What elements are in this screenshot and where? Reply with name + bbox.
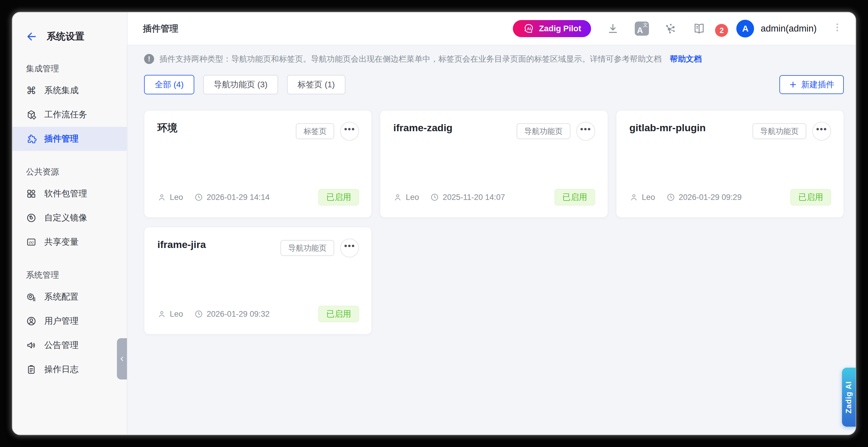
user-icon [26,316,37,326]
command-icon: ⌘ [26,85,37,96]
sidebar-item-plugin-management[interactable]: 插件管理 [12,127,127,151]
help-doc-link[interactable]: 帮助文档 [670,54,702,64]
docs-book-icon[interactable] [693,22,706,35]
sidebar-item-shared-variables[interactable]: (x) 共享变量 [12,230,127,254]
sidebar-item-label: 自定义镜像 [44,212,87,224]
plugin-title: iframe-jira [157,239,206,251]
sidebar-item-label: 操作日志 [44,364,79,375]
sidebar-item-label: 用户管理 [44,315,79,327]
plugin-title: iframe-zadig [393,122,452,134]
package-grid-icon [26,188,37,199]
sidebar-item-announcement-management[interactable]: 公告管理 [12,333,127,357]
zadig-ai-tab[interactable]: Zadig AI [842,368,856,427]
sidebar-item-package-management[interactable]: 软件包管理 [12,182,127,206]
plugin-updated: 2026-01-29 14:14 [207,193,270,202]
page-title: 插件管理 [143,23,178,35]
card-more-button[interactable]: ••• [340,239,359,257]
sidebar-item-label: 工作流任务 [44,109,87,121]
sidebar-item-custom-images[interactable]: 自定义镜像 [12,206,127,230]
sidebar-header: 系统设置 [12,25,127,48]
card-more-button[interactable]: ••• [576,122,595,141]
disc-icon [26,213,37,223]
plugin-type-chip: 标签页 [296,123,334,139]
zadig-ai-label: Zadig AI [844,381,854,413]
chevron-left-icon [118,355,126,363]
info-banner: ! 插件支持两种类型：导航功能页和标签页。导航功能页会出现在侧边栏菜单中，标签页… [144,54,844,64]
status-badge: 已启用 [554,189,595,206]
plugin-type-chip: 导航功能页 [280,240,334,256]
clock-icon [666,193,675,202]
topbar-actions: AI Zadig Pilot A 文 [513,20,843,37]
sidebar-title: 系统设置 [46,30,85,43]
log-icon [26,364,37,375]
network-graph-icon[interactable] [664,22,677,35]
username: admin(admin) [761,23,817,34]
plugin-title: gitlab-mr-plugin [629,122,706,134]
clock-icon [194,310,203,318]
sidebar-item-system-integration[interactable]: ⌘ 系统集成 [12,78,127,103]
card-more-button[interactable]: ••• [340,122,359,141]
plugin-owner: Leo [406,193,419,202]
ai-head-icon: AI [523,23,534,34]
sidebar-item-label: 系统集成 [44,84,79,96]
translate-letter: A [637,26,643,34]
new-plugin-label: 新建插件 [801,79,834,90]
avatar: A [736,20,754,37]
sidebar-item-label: 公告管理 [44,339,79,351]
translate-icon[interactable]: A 文 [635,22,649,36]
content-area: ! 插件支持两种类型：导航功能页和标签页。导航功能页会出现在侧边栏菜单中，标签页… [128,45,856,435]
sidebar-section-label: 集成管理 [26,63,127,74]
announcement-icon [26,340,37,351]
filter-nav-pages[interactable]: 导航功能页 (3) [203,75,278,94]
status-badge: 已启用 [318,189,359,206]
gear-icon [26,291,37,302]
sidebar-item-label: 系统配置 [44,291,79,303]
notification-badge: 2 [715,24,728,37]
zadig-pilot-button[interactable]: AI Zadig Pilot [513,20,591,37]
sidebar-item-operation-logs[interactable]: 操作日志 [12,357,127,382]
plugin-card[interactable]: iframe-zadig 导航功能页 ••• Leo 2025-11-20 14… [380,110,608,217]
status-badge: 已启用 [318,306,359,322]
sidebar-item-label: 插件管理 [44,133,79,145]
user-menu[interactable]: A admin(admin) [736,20,817,37]
status-badge: 已启用 [790,189,831,206]
plugin-card[interactable]: gitlab-mr-plugin 导航功能页 ••• Leo 2026-01-2… [616,110,844,217]
clock-icon [430,193,439,202]
plugin-card[interactable]: 环境 标签页 ••• Leo 2026-01-29 14:14 已启用 [144,110,372,217]
person-icon [157,193,166,202]
sidebar-section-label: 系统管理 [26,270,127,281]
plugin-card[interactable]: iframe-jira 导航功能页 ••• Leo 2026-01-29 09:… [144,227,372,334]
sidebar-item-label: 软件包管理 [44,188,87,200]
person-icon [629,193,638,202]
plugin-updated: 2026-01-29 09:32 [207,310,270,319]
sidebar-item-workflow-tasks[interactable]: 工作流任务 [12,103,127,127]
plus-icon [789,80,797,89]
plugin-updated: 2026-01-29 09:29 [679,193,742,202]
filter-tab-pages[interactable]: 标签页 (1) [287,75,345,94]
variable-icon: (x) [26,237,37,247]
app-window: 系统设置 集成管理 ⌘ 系统集成 工作流任务 插件管理 公共资源 软件包管理 [12,12,856,435]
plugin-type-chip: 导航功能页 [517,123,570,139]
plugin-title: 环境 [157,122,178,134]
puzzle-icon [26,134,37,144]
download-icon[interactable] [607,22,619,35]
filter-row: 全部 (4) 导航功能页 (3) 标签页 (1) 新建插件 [144,75,844,94]
new-plugin-button[interactable]: 新建插件 [779,75,844,94]
banner-text: 插件支持两种类型：导航功能页和标签页。导航功能页会出现在侧边栏菜单中，标签页会在… [159,54,662,64]
sidebar-item-system-config[interactable]: 系统配置 [12,285,127,309]
plugin-type-chip: 导航功能页 [752,123,806,139]
sidebar-item-user-management[interactable]: 用户管理 [12,309,127,333]
kebab-menu-icon[interactable] [832,22,843,35]
svg-text:(x): (x) [29,240,34,244]
sidebar-collapse-handle[interactable] [117,338,127,379]
top-bar: 插件管理 AI Zadig Pilot A 文 [128,12,856,45]
svg-text:AI: AI [527,27,531,31]
main-area: 插件管理 AI Zadig Pilot A 文 [128,12,856,435]
clock-icon [194,193,203,202]
workflow-cube-icon [26,109,37,120]
card-more-button[interactable]: ••• [812,122,831,141]
back-icon[interactable] [26,31,38,42]
sidebar-section-label: 公共资源 [26,166,127,177]
plugin-owner: Leo [170,310,183,319]
filter-all[interactable]: 全部 (4) [144,75,194,94]
